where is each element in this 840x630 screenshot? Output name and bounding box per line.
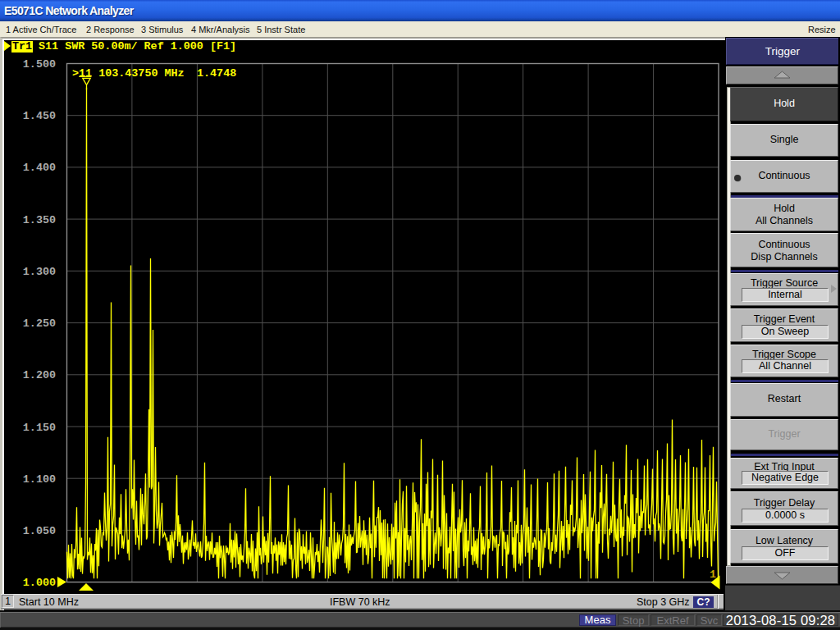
svg-text:1.100: 1.100 — [23, 473, 56, 486]
svg-text:1.4748: 1.4748 — [197, 67, 236, 80]
svg-text:1.300: 1.300 — [23, 266, 56, 278]
svg-text:1.150: 1.150 — [23, 422, 56, 434]
svg-text:1.350: 1.350 — [23, 214, 56, 226]
svg-text:1.500: 1.500 — [23, 58, 56, 71]
svg-text:1.450: 1.450 — [23, 110, 56, 122]
svg-text:1.000: 1.000 — [23, 577, 56, 589]
svg-text:1.200: 1.200 — [23, 369, 56, 381]
svg-text:1: 1 — [710, 568, 716, 581]
svg-text:1.050: 1.050 — [23, 525, 56, 537]
svg-text:>11 103.43750 MHz: >11 103.43750 MHz — [72, 67, 185, 80]
svg-text:1.400: 1.400 — [23, 162, 56, 174]
svg-text:1.250: 1.250 — [23, 317, 56, 330]
